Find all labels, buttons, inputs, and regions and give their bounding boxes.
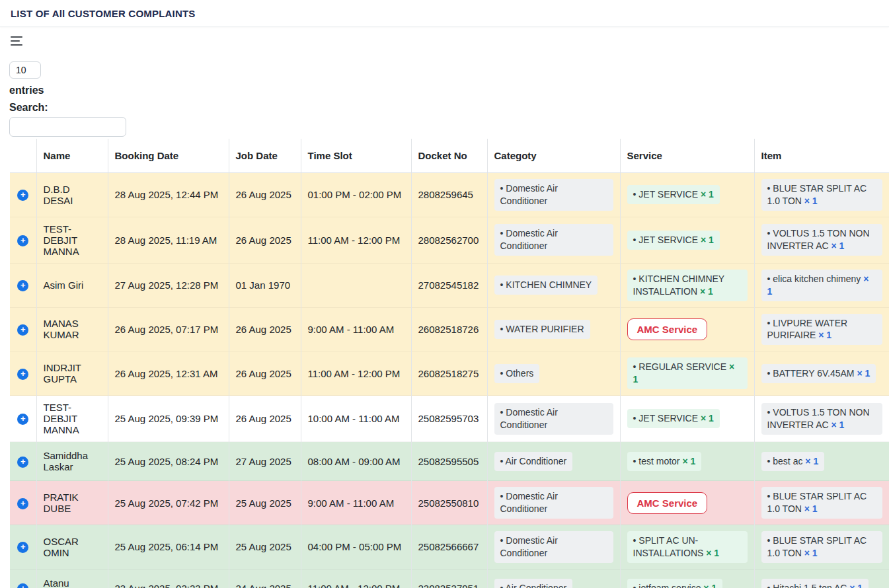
item-cell: • BLUE STAR SPLIT AC 1.0 TON × 1 [754, 481, 889, 525]
item-badge: • VOLTUS 1.5 TON NON INVERTER AC × 1 [761, 224, 883, 256]
amc-service-badge[interactable]: AMC Service [627, 318, 708, 340]
title-bar: LIST OF All CUSTOMER COMPLAINTS [0, 0, 889, 27]
name-cell: D.B.D DESAI [36, 173, 108, 217]
entries-select[interactable]: 10 [9, 61, 41, 79]
column-header-service[interactable]: Service [620, 139, 754, 173]
job-date-cell: 26 Aug 2025 [229, 307, 301, 351]
expand-row-icon[interactable]: + [17, 414, 28, 425]
expand-cell: + [10, 351, 36, 396]
time-slot-cell: 01:00 PM - 02:00 PM [301, 173, 411, 217]
expand-row-icon[interactable]: + [17, 190, 28, 201]
table-row: + INDRJIT GUPTA 26 Aug 2025, 12:31 AM 26… [10, 351, 889, 396]
expand-cell: + [10, 481, 36, 525]
expand-row-icon[interactable]: + [17, 280, 28, 291]
expand-row-icon[interactable]: + [17, 542, 28, 553]
booking-date-cell: 26 Aug 2025, 07:17 PM [108, 307, 229, 351]
category-badge: • KITCHEN CHIMNEY [494, 276, 598, 295]
docket-no-cell: 25082595505 [411, 442, 487, 481]
name-cell: Asim Giri [36, 263, 108, 307]
expand-cell: + [10, 525, 36, 569]
item-cell: • BATTERY 6V.45AM × 1 [754, 351, 889, 396]
item-cell: • elica kitchen chimeny × 1 [754, 263, 889, 307]
expand-row-icon[interactable]: + [17, 369, 28, 380]
table-row: + TEST-DEBJIT MANNA 25 Aug 2025, 09:39 P… [10, 396, 889, 442]
column-header-name[interactable]: Name [36, 139, 108, 173]
booking-date-cell: 27 Aug 2025, 12:28 PM [108, 263, 229, 307]
expand-row-icon[interactable]: + [17, 583, 28, 588]
job-date-cell: 27 Aug 2025 [229, 442, 301, 481]
column-header-categoty[interactable]: Categoty [487, 139, 620, 173]
category-cell: • Domestic Air Conditioner [487, 173, 620, 217]
docket-no-cell: 25082566667 [411, 525, 487, 569]
complaints-table: NameBooking DateJob DateTime SlotDocket … [10, 139, 889, 588]
service-badge: • KITCHEN CHIMNEY INSTALLATION × 1 [627, 270, 748, 301]
docket-no-cell: 2808259645 [411, 173, 487, 217]
expand-cell: + [10, 263, 36, 307]
item-cell: • best ac × 1 [754, 442, 889, 481]
name-cell: INDRJIT GUPTA [36, 351, 108, 396]
expand-cell: + [10, 569, 36, 588]
expand-row-icon[interactable]: + [17, 235, 28, 246]
category-cell: • Domestic Air Conditioner [487, 396, 620, 442]
search-input[interactable] [9, 117, 126, 137]
table-row: + Samiddha Laskar 25 Aug 2025, 08:24 PM … [10, 442, 889, 481]
service-cell: • test motor × 1 [620, 442, 754, 481]
category-cell: • KITCHEN CHIMNEY [487, 263, 620, 307]
table-row: + Atanu Bhowmik 23 Aug 2025, 02:23 PM 24… [10, 569, 889, 588]
expand-row-icon[interactable]: + [17, 324, 28, 336]
item-cell: • VOLTUS 1.5 TON NON INVERTER AC × 1 [754, 396, 889, 442]
service-badge: • JET SERVICE × 1 [627, 185, 720, 204]
docket-no-cell: 25082595703 [411, 396, 487, 442]
name-cell: TEST-DEBJIT MANNA [36, 396, 108, 442]
column-header-booking-date[interactable]: Booking Date [108, 139, 229, 173]
table-row: + Asim Giri 27 Aug 2025, 12:28 PM 01 Jan… [10, 263, 889, 307]
expand-cell: + [10, 307, 36, 351]
item-cell: • BLUE STAR SPLIT AC 1.0 TON × 1 [754, 525, 889, 569]
amc-service-badge[interactable]: AMC Service [627, 492, 708, 514]
table-header-row: NameBooking DateJob DateTime SlotDocket … [10, 139, 889, 173]
expand-cell: + [10, 442, 36, 481]
column-header-docket-no[interactable]: Docket No [411, 139, 487, 173]
expand-column-header [10, 139, 36, 173]
category-badge: • Air Conditioner [494, 452, 573, 471]
category-badge: • Domestic Air Conditioner [494, 487, 613, 519]
service-cell: • JET SERVICE × 1 [620, 173, 754, 217]
booking-date-cell: 23 Aug 2025, 02:23 PM [108, 569, 229, 588]
category-badge: • Air Conditioner [494, 579, 573, 588]
table-row: + OSCAR OMIN 25 Aug 2025, 06:14 PM 25 Au… [10, 525, 889, 569]
item-badge: • LIVPURE WATER PURIFAIRE × 1 [761, 314, 883, 346]
expand-cell: + [10, 396, 36, 442]
docket-no-cell: 26082518275 [411, 351, 487, 396]
expand-cell: + [10, 217, 36, 263]
time-slot-cell: 11:00 AM - 12:00 PM [301, 569, 411, 588]
search-label: Search: [9, 102, 889, 114]
item-cell: • VOLTUS 1.5 TON NON INVERTER AC × 1 [754, 217, 889, 263]
table-row: + TEST-DEBJIT MANNA 28 Aug 2025, 11:19 A… [10, 217, 889, 263]
booking-date-cell: 25 Aug 2025, 07:42 PM [108, 481, 229, 525]
category-badge: • Others [494, 364, 540, 383]
category-cell: • WATER PURIFIER [487, 307, 620, 351]
job-date-cell: 24 Aug 2025 [229, 569, 301, 588]
service-badge: • REGULAR SERVICE × 1 [627, 357, 748, 389]
expand-row-icon[interactable]: + [17, 498, 28, 509]
booking-date-cell: 25 Aug 2025, 09:39 PM [108, 396, 229, 442]
time-slot-cell: 9:00 AM - 11:00 AM [301, 307, 411, 351]
time-slot-cell: 04:00 PM - 05:00 PM [301, 525, 411, 569]
column-header-time-slot[interactable]: Time Slot [301, 139, 411, 173]
expand-row-icon[interactable]: + [17, 457, 28, 468]
time-slot-cell: 11:00 AM - 12:00 PM [301, 217, 411, 263]
service-cell: • SPLIT AC UN-INSTALLATIONS × 1 [620, 525, 754, 569]
column-header-job-date[interactable]: Job Date [229, 139, 301, 173]
hamburger-menu-icon[interactable] [11, 36, 22, 46]
job-date-cell: 26 Aug 2025 [229, 351, 301, 396]
service-cell: AMC Service [620, 307, 754, 351]
table-row: + PRATIK DUBE 25 Aug 2025, 07:42 PM 25 A… [10, 481, 889, 525]
category-cell: • Domestic Air Conditioner [487, 217, 620, 263]
docket-no-cell: 27082545182 [411, 263, 487, 307]
item-badge: • BLUE STAR SPLIT AC 1.0 TON × 1 [761, 487, 883, 519]
column-header-item[interactable]: Item [754, 139, 889, 173]
item-badge: • Hitachi 1.5 ton AC × 1 [761, 579, 869, 588]
name-cell: PRATIK DUBE [36, 481, 108, 525]
category-cell: • Air Conditioner [487, 569, 620, 588]
docket-no-cell: 26082518726 [411, 307, 487, 351]
